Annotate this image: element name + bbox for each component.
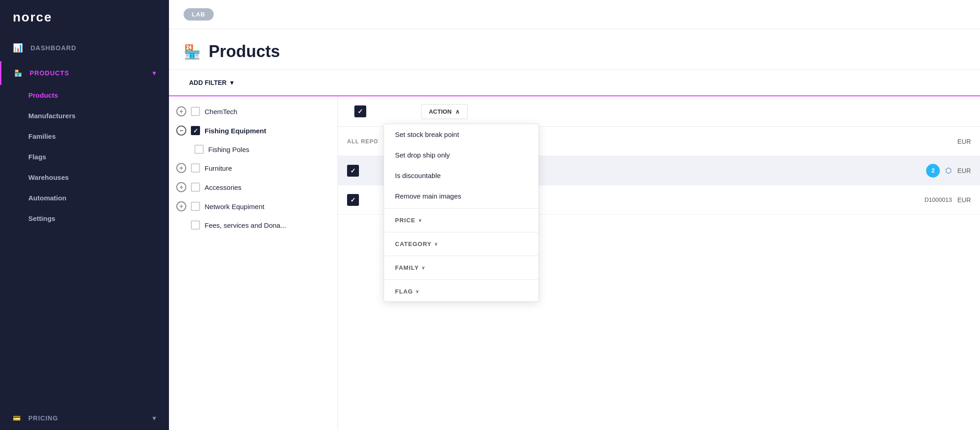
currency-tag: EUR <box>957 138 971 145</box>
table-area: BATCH ALL ACTION ∧ Set stock break point… <box>338 96 980 430</box>
category-label: Fishing Poles <box>208 146 249 153</box>
category-fishing-poles[interactable]: Fishing Poles <box>169 140 337 158</box>
page-title: Products <box>209 42 280 61</box>
checkbox-network-equipment[interactable] <box>191 202 200 211</box>
product-id: D1000013 <box>924 196 952 203</box>
sidebar-item-families[interactable]: Families <box>0 126 169 147</box>
category-furniture[interactable]: + Furniture <box>169 158 337 178</box>
expand-fishing-icon[interactable]: − <box>176 126 186 136</box>
checkbox-fishing-equipment[interactable] <box>191 126 200 135</box>
sidebar-products-section[interactable]: 🏪 PRODUCTS ▾ <box>0 61 169 85</box>
page-header-icon: 🏪 <box>184 44 200 60</box>
row-right: D1000013 EUR <box>924 196 971 204</box>
pricing-icon: 💳 <box>13 414 21 422</box>
dropdown-is-discountable[interactable]: Is discountable <box>384 165 538 186</box>
pricing-label: PRICING <box>28 414 58 422</box>
row-checkbox[interactable] <box>347 194 359 206</box>
batch-checkbox <box>354 105 366 117</box>
category-label: Accessories <box>205 184 242 191</box>
sidebar-item-settings[interactable]: Settings <box>0 208 169 229</box>
sidebar-pricing-section[interactable]: 💳 PRICING ▾ <box>0 406 169 430</box>
sidebar-item-products[interactable]: Products <box>0 85 169 105</box>
row-right: EUR <box>957 138 971 145</box>
products-section-label: PRODUCTS <box>30 69 69 77</box>
sidebar-item-dashboard[interactable]: 📊 DASHBOARD <box>0 35 169 61</box>
dropdown-set-stock-break[interactable]: Set stock break point <box>384 124 538 145</box>
main-content: LAB 🏪 Products ADD FILTER ▾ + ChemTech −… <box>169 0 980 430</box>
price-chevron-icon: ∨ <box>418 218 422 223</box>
action-label: ACTION <box>429 108 452 115</box>
checkbox-fishing-poles[interactable] <box>195 145 204 154</box>
sidebar-item-automation[interactable]: Automation <box>0 188 169 208</box>
currency-tag: EUR <box>957 167 971 174</box>
page-header: 🏪 Products <box>169 29 980 70</box>
add-filter-label: ADD FILTER <box>189 79 227 86</box>
category-chemtech[interactable]: + ChemTech <box>169 102 337 121</box>
action-button[interactable]: ACTION ∧ <box>421 104 468 119</box>
app-logo: norce <box>0 0 169 35</box>
currency-tag: EUR <box>957 196 971 204</box>
batch-all-button[interactable]: BATCH ALL <box>347 102 416 121</box>
sidebar-item-label: DASHBOARD <box>31 44 76 52</box>
sidebar-item-flags[interactable]: Flags <box>0 147 169 167</box>
row-checkbox[interactable] <box>347 165 359 177</box>
topbar: LAB <box>169 0 980 29</box>
expand-furniture-icon[interactable]: + <box>176 163 186 173</box>
checkbox-accessories[interactable] <box>191 183 200 192</box>
checkbox-furniture[interactable] <box>191 163 200 173</box>
dropdown-category-section[interactable]: CATEGORY ∨ <box>384 234 538 254</box>
dashboard-icon: 📊 <box>13 43 23 53</box>
category-fees-services[interactable]: Fees, services and Dona... <box>169 216 337 234</box>
category-panel: + ChemTech − Fishing Equipment Fishing P… <box>169 96 338 430</box>
category-label: Network Equpiment <box>205 203 264 210</box>
content-area: + ChemTech − Fishing Equipment Fishing P… <box>169 96 980 430</box>
category-chevron-icon: ∨ <box>434 241 438 246</box>
checkbox-fees-services[interactable] <box>191 220 200 230</box>
external-link-icon[interactable]: ⬡ <box>945 166 952 175</box>
category-network-equipment[interactable]: + Network Equpiment <box>169 197 337 216</box>
add-filter-button[interactable]: ADD FILTER ▾ <box>184 75 239 90</box>
category-fishing-equipment[interactable]: − Fishing Equipment <box>169 121 337 140</box>
dropdown-divider-3 <box>384 256 538 256</box>
action-dropdown: Set stock break point Set drop ship only… <box>384 124 539 302</box>
category-label: Fishing Equipment <box>205 127 266 135</box>
category-label: Furniture <box>205 164 232 172</box>
category-label: ChemTech <box>205 108 237 115</box>
add-filter-chevron: ▾ <box>230 79 233 86</box>
all-repo-tag: ALL REPO <box>347 138 378 145</box>
lab-badge: LAB <box>184 8 214 21</box>
dropdown-remove-main-images[interactable]: Remove main images <box>384 186 538 206</box>
dropdown-divider-4 <box>384 279 538 280</box>
dropdown-set-drop-ship[interactable]: Set drop ship only <box>384 145 538 165</box>
dropdown-divider-1 <box>384 208 538 209</box>
sidebar: norce 📊 DASHBOARD 🏪 PRODUCTS ▾ Products … <box>0 0 169 430</box>
expand-chemtech-icon[interactable]: + <box>176 106 186 116</box>
badge-count: 2 <box>926 164 940 178</box>
products-section-icon: 🏪 <box>14 69 22 77</box>
expand-accessories-icon[interactable]: + <box>176 182 186 192</box>
table-toolbar: BATCH ALL ACTION ∧ <box>338 96 980 127</box>
sidebar-item-warehouses[interactable]: Warehouses <box>0 167 169 188</box>
family-chevron-icon: ∨ <box>422 265 425 270</box>
checkbox-chemtech[interactable] <box>191 107 200 116</box>
flag-chevron-icon: ∨ <box>416 289 419 294</box>
batch-all-label: BATCH ALL <box>371 108 408 115</box>
products-chevron-icon: ▾ <box>153 69 156 77</box>
action-chevron-icon: ∧ <box>455 108 460 115</box>
dropdown-price-section[interactable]: PRICE ∨ <box>384 210 538 230</box>
pricing-chevron-icon: ▾ <box>153 414 156 422</box>
filter-bar: ADD FILTER ▾ <box>169 70 980 96</box>
dropdown-divider-2 <box>384 232 538 232</box>
category-accessories[interactable]: + Accessories <box>169 178 337 197</box>
dropdown-flag-section[interactable]: FLAG ∨ <box>384 282 538 301</box>
dropdown-family-section[interactable]: FAMILY ∨ <box>384 258 538 278</box>
expand-network-icon[interactable]: + <box>176 201 186 211</box>
sidebar-item-manufacturers[interactable]: Manufacturers <box>0 105 169 126</box>
category-label: Fees, services and Dona... <box>205 221 286 229</box>
row-right: 2 ⬡ EUR <box>926 164 971 178</box>
